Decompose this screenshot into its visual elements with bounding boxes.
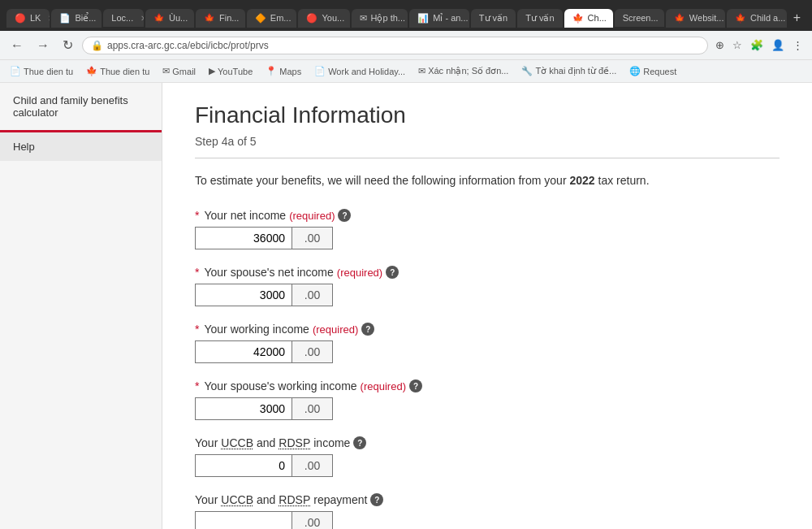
net-income-label: * Your net income (required) ? bbox=[195, 209, 780, 222]
tab-fin[interactable]: 🍁 Fin... ✕ bbox=[196, 9, 245, 28]
tab-child-a[interactable]: 🍁 Child a... ✕ bbox=[727, 9, 787, 28]
required-star: * bbox=[195, 209, 199, 222]
step-label: Step 4a of 5 bbox=[195, 135, 780, 158]
tab-lk[interactable]: 🔴 LK ✕ bbox=[6, 9, 50, 28]
intro-year: 2022 bbox=[569, 174, 594, 187]
tab-favicon: 🍁 bbox=[572, 13, 584, 24]
tab-favicon: 🍁 bbox=[735, 13, 746, 24]
uccb-rdsp-income-help-icon[interactable]: ? bbox=[353, 436, 366, 449]
required-text: (required) bbox=[313, 323, 358, 336]
back-button[interactable]: ← bbox=[6, 37, 28, 54]
uccb-rdsp-income-field-group: Your UCCB and RDSP income ? .00 bbox=[195, 436, 780, 477]
tab-favicon: 🔴 bbox=[15, 13, 26, 24]
nav-bar: ← → ↻ 🔒 apps.cra-arc.gc.ca/ebci/icbc/pro… bbox=[0, 31, 812, 60]
page-wrapper: 🔴 LK ✕ 📄 Biể... ✕ Loc... ✕ 🍁 Ùu... ✕ 🍁 F… bbox=[0, 0, 812, 529]
bookmark-gmail[interactable]: ✉ Gmail bbox=[159, 65, 199, 77]
required-text: (required) bbox=[337, 267, 382, 279]
tab-tv1[interactable]: Tư vấn ✕ bbox=[471, 9, 516, 28]
address-bar[interactable]: 🔒 apps.cra-arc.gc.ca/ebci/icbc/prot/prvs bbox=[82, 37, 708, 54]
net-income-help-icon[interactable]: ? bbox=[338, 209, 351, 222]
required-text: (required) bbox=[361, 380, 406, 392]
spouse-net-income-input[interactable] bbox=[195, 284, 292, 306]
tab-favicon: ✉ bbox=[360, 13, 367, 24]
spouse-working-income-input[interactable] bbox=[195, 397, 292, 420]
uccb-rdsp-repayment-label: Your UCCB and RDSP repayment ? bbox=[195, 493, 780, 506]
tab-screen[interactable]: Screen... ✕ bbox=[615, 9, 664, 27]
uccb-rdsp-repayment-input[interactable] bbox=[195, 511, 292, 529]
spouse-working-income-input-row: .00 bbox=[195, 397, 780, 420]
rdsp-repayment-label: RDSP bbox=[279, 493, 310, 506]
spouse-net-income-help-icon[interactable]: ? bbox=[386, 266, 399, 279]
spouse-net-income-input-row: .00 bbox=[195, 284, 780, 306]
bookmark-maps[interactable]: 📍 Maps bbox=[262, 65, 304, 77]
uccb-rdsp-income-input-row: .00 bbox=[195, 454, 780, 477]
working-income-input[interactable] bbox=[195, 340, 292, 363]
tab-favicon: 📄 bbox=[59, 13, 71, 24]
menu-icon[interactable]: ⋮ bbox=[790, 37, 806, 53]
spouse-net-income-label: * Your spouse's net income (required) ? bbox=[195, 266, 780, 279]
tab-favicon: 🍁 bbox=[153, 13, 165, 24]
working-income-help-icon[interactable]: ? bbox=[361, 323, 374, 336]
extensions-icon[interactable]: 🧩 bbox=[748, 37, 766, 53]
sidebar-help-link[interactable]: Help bbox=[0, 132, 162, 161]
bookmark-xac-nhan[interactable]: ✉ Xác nhận; Số đơn... bbox=[415, 65, 512, 77]
tab-bie[interactable]: 📄 Biể... ✕ bbox=[51, 9, 102, 28]
uccb-rdsp-income-input[interactable] bbox=[195, 454, 292, 477]
required-star: * bbox=[195, 379, 199, 392]
required-text: (required) bbox=[289, 210, 335, 222]
uccb-rdsp-repayment-help-icon[interactable]: ? bbox=[370, 493, 383, 506]
bookmark-to-khai[interactable]: 🔧 Tờ khai định từ đề... bbox=[518, 65, 620, 77]
new-tab-button[interactable]: + bbox=[788, 11, 806, 25]
bookmark-icon: ✉ bbox=[162, 66, 170, 76]
spouse-working-income-help-icon[interactable]: ? bbox=[409, 379, 422, 392]
bookmark-star-icon[interactable]: ☆ bbox=[730, 37, 745, 53]
tab-em[interactable]: 🔶 Em... ✕ bbox=[247, 9, 297, 28]
uccb-rdsp-income-label: Your UCCB and RDSP income ? bbox=[195, 436, 780, 449]
tab-loc[interactable]: Loc... ✕ bbox=[103, 9, 144, 27]
tab-tv2[interactable]: Tư vấn ✕ bbox=[517, 9, 562, 28]
sidebar: Child and family benefits calculator Hel… bbox=[0, 83, 162, 529]
tab-close-lk[interactable]: ✕ bbox=[48, 14, 50, 23]
uccb-rdsp-repayment-field-group: Your UCCB and RDSP repayment ? .00 bbox=[195, 493, 780, 529]
bookmark-youtube[interactable]: ▶ YouTube bbox=[205, 65, 256, 77]
bookmark-icon: 🍁 bbox=[86, 66, 97, 76]
tab-close-tv1[interactable]: ✕ bbox=[515, 14, 516, 23]
bookmark-work-holiday[interactable]: 📄 Work and Holiday... bbox=[311, 65, 408, 77]
bookmark-icon: 🌐 bbox=[629, 66, 641, 76]
tab-you[interactable]: 🔴 You... ✕ bbox=[298, 9, 349, 28]
tab-uu[interactable]: 🍁 Ùu... ✕ bbox=[145, 9, 194, 28]
translate-icon[interactable]: ⊕ bbox=[713, 37, 727, 53]
browser-chrome: 🔴 LK ✕ 📄 Biể... ✕ Loc... ✕ 🍁 Ùu... ✕ 🍁 F… bbox=[0, 0, 812, 83]
bookmark-thue-dien-tu-2[interactable]: 🍁 Thue dien tu bbox=[83, 65, 153, 77]
lock-icon: 🔒 bbox=[91, 40, 103, 51]
page-content: Child and family benefits calculator Hel… bbox=[0, 83, 812, 529]
sidebar-title: Child and family benefits calculator bbox=[0, 83, 162, 132]
tab-favicon: 🔶 bbox=[255, 13, 266, 24]
bookmark-request[interactable]: 🌐 Request bbox=[626, 65, 680, 77]
uccb-rdsp-income-decimal: .00 bbox=[292, 454, 333, 477]
bookmarks-bar: 📄 Thue dien tu 🍁 Thue dien tu ✉ Gmail ▶ … bbox=[0, 60, 812, 83]
spouse-net-income-field-group: * Your spouse's net income (required) ? … bbox=[195, 266, 780, 306]
uccb-label: UCCB bbox=[221, 436, 253, 449]
bookmark-icon: 🔧 bbox=[521, 66, 533, 76]
tab-ch[interactable]: 🍁 Ch... ✕ bbox=[564, 9, 613, 28]
intro-text: To estimate your benefits, we will need … bbox=[195, 171, 780, 189]
required-star: * bbox=[195, 323, 199, 336]
net-income-field-group: * Your net income (required) ? .00 bbox=[195, 209, 780, 249]
profile-icon[interactable]: 👤 bbox=[769, 37, 787, 53]
tab-close-loc[interactable]: ✕ bbox=[140, 14, 144, 23]
tab-mi[interactable]: 📊 Mỉ - an... ✕ bbox=[409, 9, 469, 28]
tab-favicon: 📊 bbox=[417, 13, 429, 24]
net-income-input[interactable] bbox=[195, 227, 292, 249]
working-income-input-row: .00 bbox=[195, 340, 780, 363]
reload-button[interactable]: ↻ bbox=[58, 36, 77, 54]
bookmark-icon: 📄 bbox=[314, 66, 326, 76]
tab-website[interactable]: 🍁 Websit... ✕ bbox=[666, 9, 725, 28]
tab-close-tv2[interactable]: ✕ bbox=[562, 14, 563, 23]
tab-favicon: 🍁 bbox=[204, 13, 215, 24]
bookmark-thue-dien-tu-1[interactable]: 📄 Thue dien tu bbox=[6, 65, 76, 77]
tab-hop[interactable]: ✉ Hộp th... ✕ bbox=[352, 9, 408, 28]
bookmark-icon: ✉ bbox=[418, 66, 425, 76]
uccb-repayment-label: UCCB bbox=[221, 493, 253, 506]
forward-button[interactable]: → bbox=[32, 37, 54, 54]
